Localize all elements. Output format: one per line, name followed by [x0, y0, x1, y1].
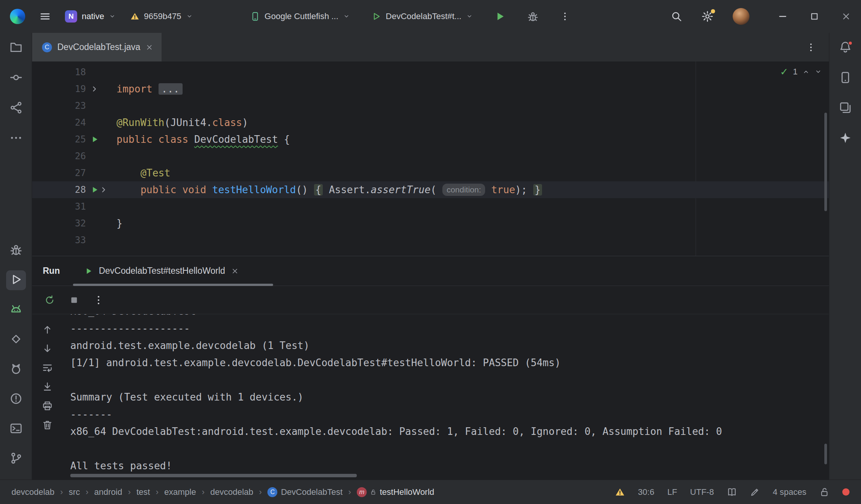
tool-stripe-terminal[interactable] — [6, 419, 26, 439]
trash-icon[interactable] — [42, 420, 53, 430]
arrow-up-icon[interactable] — [42, 324, 53, 335]
run-button[interactable] — [494, 11, 506, 22]
breadcrumb-separator: › — [156, 487, 159, 497]
line-number: 26 — [32, 148, 86, 165]
kebab-icon[interactable] — [93, 295, 104, 305]
stop-icon[interactable] — [69, 295, 79, 305]
fold-chevron-icon[interactable] — [91, 85, 98, 93]
tool-stripe-bell[interactable] — [835, 38, 855, 58]
close-button[interactable] — [841, 11, 851, 21]
breadcrumb-test[interactable]: test — [136, 487, 150, 497]
tool-stripe-device-manager[interactable] — [835, 68, 855, 88]
indent-setting[interactable]: 4 spaces — [773, 487, 806, 497]
console-output[interactable]: x86_64 DevCodelabTest-------------------… — [62, 314, 829, 479]
tab-options-icon[interactable] — [806, 42, 829, 52]
warning-icon[interactable] — [615, 487, 625, 497]
editor-line-28[interactable]: 28 public void testHelloWorld() { Assert… — [32, 181, 829, 198]
close-run-tab-icon[interactable] — [231, 267, 239, 275]
branch-icon — [10, 452, 23, 466]
editor-line-24[interactable]: 24@RunWith(JUnit4.class) — [32, 114, 829, 131]
editor-line-25[interactable]: 25public class DevCodelabTest { — [32, 131, 829, 148]
tool-stripe-folder[interactable] — [6, 38, 26, 58]
tool-stripe-alert[interactable] — [6, 389, 26, 409]
breadcrumb-DevCodelabTest[interactable]: CDevCodelabTest — [267, 487, 342, 497]
run-test-icon[interactable] — [91, 135, 99, 144]
layers-icon — [839, 101, 852, 116]
code-editor[interactable]: 1819import ...2324@RunWith(JUnit4.class)… — [32, 61, 829, 256]
more-actions-icon[interactable] — [560, 11, 570, 21]
line-separator[interactable]: LF — [667, 487, 677, 497]
caret-position[interactable]: 30:6 — [638, 487, 654, 497]
editor-line-27[interactable]: 27 @Test — [32, 165, 829, 181]
vcs-branch-selector[interactable]: 9659b475 — [130, 11, 193, 21]
prev-problem-icon[interactable] — [802, 68, 810, 76]
arrow-down-icon[interactable] — [42, 343, 53, 354]
notification-dot[interactable] — [842, 488, 850, 496]
editor-tab[interactable]: C DevCodelabTest.java — [32, 33, 162, 61]
gutter-icons[interactable] — [86, 131, 117, 148]
next-problem-icon[interactable] — [814, 68, 822, 76]
search-icon[interactable] — [671, 11, 682, 22]
breadcrumb-testHelloWorld[interactable]: mtestHelloWorld — [357, 487, 434, 497]
editor-line-32[interactable]: 32} — [32, 215, 829, 232]
gutter-icons — [86, 215, 117, 232]
breadcrumb-devcodelab[interactable]: devcodelab — [11, 487, 55, 497]
printer-icon[interactable] — [42, 401, 53, 411]
debug-button[interactable] — [527, 11, 539, 22]
soft-wrap-icon[interactable] — [42, 362, 53, 373]
tool-stripe-more[interactable] — [6, 129, 26, 149]
editor-line-23[interactable]: 23 — [32, 97, 829, 114]
tool-stripe-android[interactable] — [6, 300, 26, 320]
scroll-end-icon[interactable] — [42, 381, 53, 392]
reader-mode-icon[interactable] — [727, 487, 737, 497]
file-encoding[interactable]: UTF-8 — [690, 487, 714, 497]
console-line: -------------------- — [70, 320, 829, 337]
close-tab-icon[interactable] — [146, 44, 153, 51]
line-number: 24 — [32, 114, 86, 131]
run-configuration-selector[interactable]: DevCodelabTest#t... — [371, 11, 473, 21]
editor-line-31[interactable]: 31 — [32, 198, 829, 215]
tool-stripe-bug[interactable] — [6, 241, 26, 260]
fold-chevron-icon[interactable] — [100, 186, 107, 194]
commit-icon — [10, 71, 23, 86]
editor-line-33[interactable]: 33 — [32, 232, 829, 249]
run-tool-window: Run DevCodelabTest#testHelloWorld x86_64… — [32, 256, 829, 479]
tool-stripe-layers[interactable] — [835, 99, 855, 118]
run-test-tab[interactable]: DevCodelabTest#testHelloWorld — [77, 256, 247, 286]
project-selector[interactable]: N native — [65, 10, 116, 23]
gutter-icons[interactable] — [86, 81, 117, 97]
diamond-icon — [10, 333, 23, 347]
editor-scrollbar[interactable] — [824, 113, 827, 211]
minimize-button[interactable] — [778, 11, 788, 21]
tool-stripe-diamond[interactable] — [6, 330, 26, 350]
tool-stripe-cat[interactable] — [6, 360, 26, 380]
tool-stripe-structure[interactable] — [6, 99, 26, 118]
editor-line-26[interactable]: 26 — [32, 148, 829, 165]
tool-stripe-commit[interactable] — [6, 68, 26, 88]
settings-gear-icon[interactable] — [701, 10, 714, 23]
lock-open-icon — [370, 489, 376, 495]
user-avatar[interactable] — [733, 8, 749, 25]
maximize-button[interactable] — [810, 12, 819, 21]
rerun-icon[interactable] — [44, 295, 55, 305]
breadcrumb-android[interactable]: android — [94, 487, 122, 497]
breadcrumb-example[interactable]: example — [164, 487, 196, 497]
column-selection-icon[interactable] — [750, 487, 760, 497]
run-test-icon[interactable] — [91, 186, 99, 194]
editor-line-19[interactable]: 19import ... — [32, 81, 829, 97]
class-icon: C — [267, 487, 277, 497]
device-selector[interactable]: Google Cuttlefish ... — [250, 11, 350, 21]
lock-open-icon[interactable] — [819, 487, 829, 497]
console-horizontal-scrollbar[interactable] — [70, 474, 357, 477]
tool-stripe-run[interactable] — [6, 270, 26, 290]
tool-stripe-branch[interactable] — [6, 449, 26, 469]
breadcrumb-src[interactable]: src — [69, 487, 80, 497]
breadcrumb-label: test — [136, 487, 150, 497]
inspection-widget[interactable]: ✓ 1 — [780, 67, 822, 77]
breadcrumb-devcodelab[interactable]: devcodelab — [210, 487, 254, 497]
gutter-icons[interactable] — [86, 181, 117, 198]
main-menu-icon[interactable] — [40, 11, 50, 22]
console-vertical-scrollbar[interactable] — [824, 444, 827, 464]
editor-line-18[interactable]: 18 — [32, 64, 829, 81]
tool-stripe-sparkle[interactable] — [835, 129, 855, 149]
